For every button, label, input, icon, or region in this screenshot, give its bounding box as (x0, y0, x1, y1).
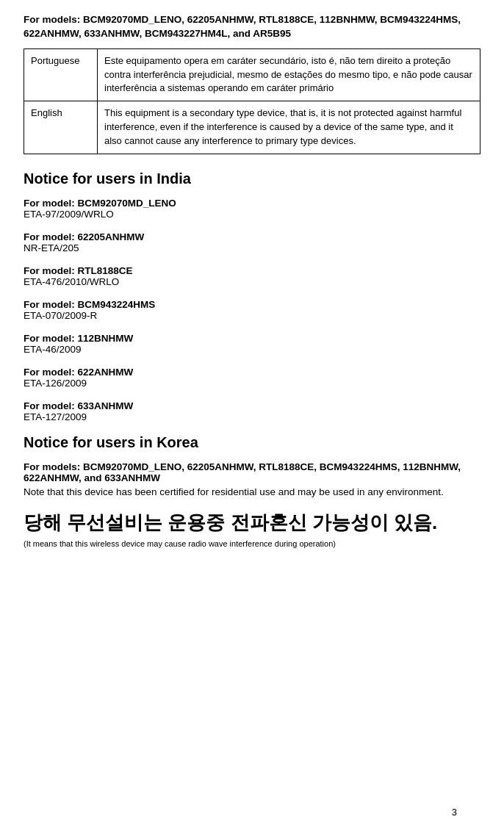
india-model-eta: ETA-46/2009 (24, 344, 480, 355)
korean-text: 당해 무선설비는 운용중 전파혼신 가능성이 있음. (24, 511, 480, 536)
india-model-label: For model: 62205ANHMW (24, 231, 480, 242)
india-model-block: For model: 112BNHMWETA-46/2009 (24, 333, 480, 355)
india-model-eta: ETA-127/2009 (24, 411, 480, 422)
india-model-block: For model: RTL8188CEETA-476/2010/WRLO (24, 265, 480, 287)
india-model-eta: ETA-476/2010/WRLO (24, 276, 480, 287)
india-model-block: For model: BCM943224HMSETA-070/2009-R (24, 299, 480, 321)
india-models-list: For model: BCM92070MD_LENOETA-97/2009/WR… (24, 198, 480, 422)
india-model-label: For model: 622ANHMW (24, 367, 480, 378)
table-row: PortugueseEste equipamento opera em cará… (24, 48, 480, 101)
header-title: For models: BCM92070MD_LENO, 62205ANHMW,… (24, 13, 480, 41)
korea-heading: Notice for users in Korea (24, 434, 480, 451)
india-model-block: For model: 633ANHMWETA-127/2009 (24, 400, 480, 422)
india-model-block: For model: 62205ANHMWNR-ETA/205 (24, 231, 480, 253)
table-row: EnglishThis equipment is a secondary typ… (24, 101, 480, 154)
india-section: Notice for users in India For model: BCM… (24, 170, 480, 422)
table-lang-cell: English (24, 101, 98, 154)
india-model-label: For model: 112BNHMW (24, 333, 480, 344)
india-model-block: For model: 622ANHMWETA-126/2009 (24, 367, 480, 389)
table-lang-cell: Portuguese (24, 48, 98, 101)
table-text-cell: This equipment is a secondary type devic… (98, 101, 480, 154)
india-model-label: For model: RTL8188CE (24, 265, 480, 276)
india-heading: Notice for users in India (24, 170, 480, 187)
india-model-eta: ETA-126/2009 (24, 378, 480, 389)
india-model-eta: ETA-070/2009-R (24, 310, 480, 321)
india-model-eta: NR-ETA/205 (24, 242, 480, 253)
korea-models-label: For models: BCM92070MD_LENO, 62205ANHMW,… (24, 461, 480, 483)
table-text-cell: Este equipamento opera em caráter secund… (98, 48, 480, 101)
regulatory-table: PortugueseEste equipamento opera em cará… (24, 48, 480, 154)
india-model-label: For model: BCM92070MD_LENO (24, 198, 480, 209)
india-model-block: For model: BCM92070MD_LENOETA-97/2009/WR… (24, 198, 480, 220)
korea-note: Note that this device has been certified… (24, 485, 480, 500)
korea-section: Notice for users in Korea For models: BC… (24, 434, 480, 550)
india-model-label: For model: BCM943224HMS (24, 299, 480, 310)
india-model-eta: ETA-97/2009/WRLO (24, 209, 480, 220)
india-model-label: For model: 633ANHMW (24, 400, 480, 411)
page-number: 3 (452, 807, 457, 818)
korea-models-block: For models: BCM92070MD_LENO, 62205ANHMW,… (24, 461, 480, 500)
korean-footnote: (It means that this wireless device may … (24, 538, 480, 550)
page-wrapper: For models: BCM92070MD_LENO, 62205ANHMW,… (24, 13, 480, 825)
